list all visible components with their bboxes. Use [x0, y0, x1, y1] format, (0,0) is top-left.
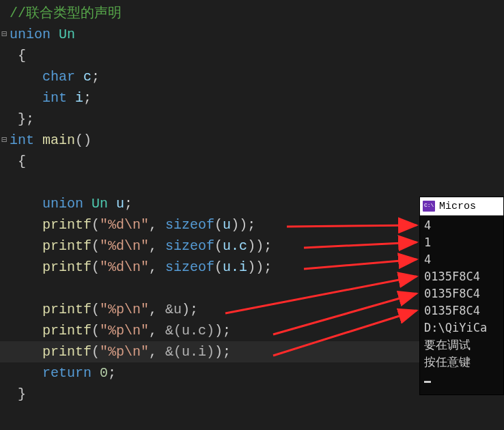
sizeof-keyword: sizeof: [165, 238, 214, 254]
console-line: 0135F8C4: [424, 302, 499, 319]
code-line: char c;: [0, 66, 504, 87]
code-line: {: [0, 151, 504, 172]
string-literal: "%d\n": [100, 259, 149, 275]
string-literal: "%d\n": [100, 238, 149, 254]
code-line: int i;: [0, 87, 504, 109]
type-name: Un: [92, 196, 108, 212]
console-line: 1: [424, 234, 499, 251]
string-literal: "%p\n": [100, 323, 149, 339]
console-line: 4: [424, 217, 499, 234]
func-call: printf: [42, 323, 92, 339]
blank-line: [0, 172, 504, 193]
code-line: };: [0, 109, 504, 130]
console-title: Micros: [439, 201, 476, 212]
string-literal: "%p\n": [100, 302, 149, 317]
brace: {: [18, 154, 26, 169]
keyword-return: return: [42, 365, 92, 381]
console-line: 0135F8C4: [424, 285, 499, 302]
func-call: printf: [42, 238, 92, 254]
var-name: u: [116, 196, 124, 212]
brace: }: [18, 386, 26, 402]
type-name: Un: [59, 27, 75, 42]
fold-icon[interactable]: [0, 24, 8, 45]
func-call: printf: [42, 302, 92, 317]
sizeof-keyword: sizeof: [165, 259, 214, 275]
console-icon: [423, 201, 435, 212]
code-line: //联合类型的声明: [0, 3, 504, 24]
func-call: printf: [42, 217, 92, 233]
type-keyword: int: [42, 90, 67, 106]
var-name: c: [83, 69, 92, 85]
type-keyword: int: [10, 132, 34, 148]
string-literal: "%d\n": [100, 217, 149, 233]
keyword-union: union: [42, 196, 83, 212]
console-line: 0135F8C4: [424, 268, 499, 285]
console-output[interactable]: 4 1 4 0135F8C4 0135F8C4 0135F8C4 D:\QiYi…: [420, 216, 503, 395]
code-line: union Un: [0, 24, 504, 45]
comment: //联合类型的声明: [10, 5, 122, 21]
func-name: main: [42, 132, 75, 148]
func-call: printf: [42, 344, 92, 360]
console-window[interactable]: Micros 4 1 4 0135F8C4 0135F8C4 0135F8C4 …: [419, 197, 504, 395]
code-line: int main(): [0, 130, 504, 151]
brace: };: [18, 111, 34, 127]
code-line: {: [0, 45, 504, 66]
console-cursor: [424, 381, 431, 383]
string-literal: "%p\n": [100, 344, 149, 360]
keyword-union: union: [10, 27, 51, 42]
var-name: i: [75, 90, 83, 106]
console-line: D:\QiYiCa: [424, 319, 499, 336]
console-line: 4: [424, 251, 499, 268]
console-titlebar[interactable]: Micros: [420, 197, 503, 216]
number-literal: 0: [100, 365, 108, 381]
func-call: printf: [42, 259, 92, 275]
console-line: 要在调试: [424, 336, 499, 354]
brace: {: [18, 48, 26, 63]
type-keyword: char: [42, 69, 75, 85]
sizeof-keyword: sizeof: [165, 217, 214, 233]
console-line: 按任意键: [424, 354, 499, 371]
fold-icon[interactable]: [0, 130, 8, 151]
